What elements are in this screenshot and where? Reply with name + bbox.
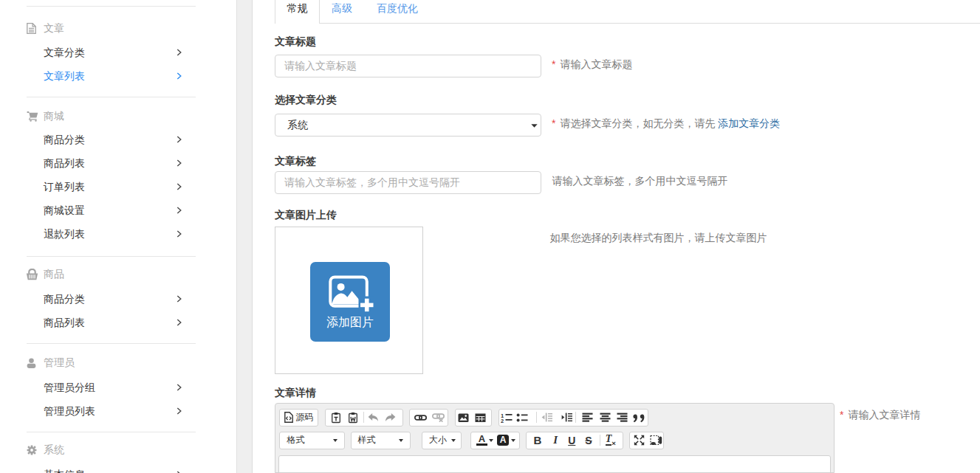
svg-text:2: 2 [501,418,504,423]
